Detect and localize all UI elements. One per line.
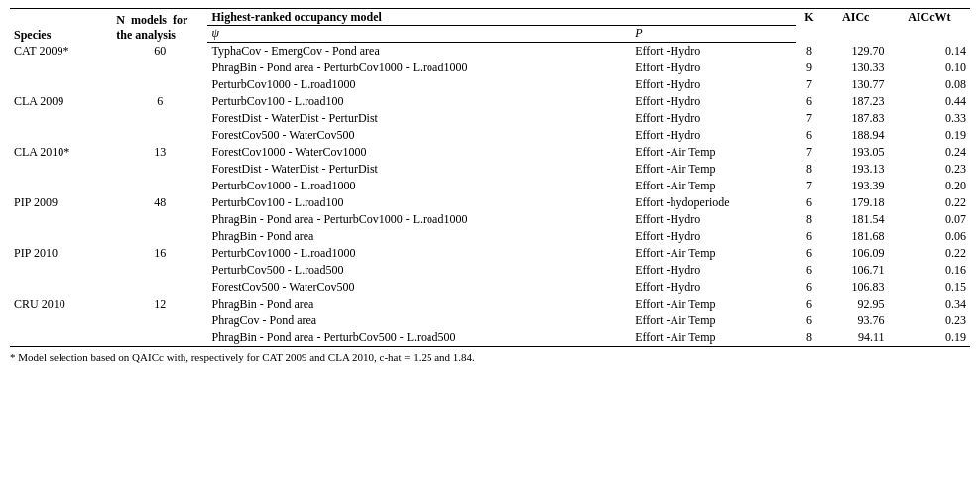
- cell-psi: PerturbCov100 - L.road100: [207, 93, 631, 110]
- cell-k: 6: [796, 262, 823, 279]
- table-row: CAT 2009*60TyphaCov - EmergCov - Pond ar…: [10, 43, 970, 61]
- cell-aicc: 130.77: [823, 76, 889, 93]
- table-row: PhragBin - Pond area - PerturbCov1000 - …: [10, 60, 970, 76]
- cell-aiccwt: 0.19: [889, 127, 970, 144]
- cell-p: Effort -hydoperiode: [631, 194, 796, 211]
- cell-psi: PhragBin - Pond area - PerturbCov1000 - …: [207, 60, 631, 76]
- cell-k: 6: [796, 245, 823, 262]
- cell-aicc: 94.11: [823, 329, 889, 347]
- cell-aiccwt: 0.08: [889, 76, 970, 93]
- cell-k: 6: [796, 127, 823, 144]
- cell-k: 7: [796, 144, 823, 161]
- table-row: ForestDist - WaterDist - PerturDistEffor…: [10, 110, 970, 127]
- cell-k: 8: [796, 329, 823, 347]
- table-row: ForestCov500 - WaterCov500Effort -Hydro6…: [10, 279, 970, 296]
- cell-p: Effort -Hydro: [631, 262, 796, 279]
- cell-aicc: 187.23: [823, 93, 889, 110]
- table-row: ForestDist - WaterDist - PerturDistEffor…: [10, 161, 970, 178]
- cell-aicc: 193.39: [823, 178, 889, 194]
- cell-aicc: 129.70: [823, 43, 889, 61]
- table-row: PIP 201016PerturbCov1000 - L.road1000Eff…: [10, 245, 970, 262]
- col-highest-ranked-header: Highest-ranked occupancy model: [207, 9, 796, 26]
- col-aicc-header: AICc: [823, 9, 889, 43]
- cell-p: Effort -Hydro: [631, 279, 796, 296]
- cell-psi: PhragBin - Pond area: [207, 296, 631, 313]
- table-row: CRU 201012PhragBin - Pond areaEffort -Ai…: [10, 296, 970, 313]
- cell-psi: TyphaCov - EmergCov - Pond area: [207, 43, 631, 61]
- cell-aiccwt: 0.33: [889, 110, 970, 127]
- col-n-header: N models forthe analysis: [112, 9, 207, 43]
- col-psi-header: ψ: [207, 26, 631, 43]
- cell-p: Effort -Air Temp: [631, 296, 796, 313]
- cell-p: Effort -Air Temp: [631, 245, 796, 262]
- cell-p: Effort -Air Temp: [631, 144, 796, 161]
- cell-p: Effort -Hydro: [631, 127, 796, 144]
- cell-n: [112, 178, 207, 194]
- cell-aicc: 181.54: [823, 211, 889, 228]
- col-k-header: K: [796, 9, 823, 43]
- cell-aicc: 106.71: [823, 262, 889, 279]
- cell-species: [10, 313, 112, 329]
- cell-p: Effort -Air Temp: [631, 161, 796, 178]
- cell-species: CRU 2010: [10, 296, 112, 313]
- cell-k: 8: [796, 211, 823, 228]
- cell-k: 7: [796, 110, 823, 127]
- table-row: PerturbCov500 - L.road500Effort -Hydro61…: [10, 262, 970, 279]
- cell-aicc: 181.68: [823, 228, 889, 245]
- cell-species: [10, 228, 112, 245]
- cell-n: [112, 211, 207, 228]
- cell-psi: PerturbCov500 - L.road500: [207, 262, 631, 279]
- cell-n: [112, 60, 207, 76]
- cell-aiccwt: 0.06: [889, 228, 970, 245]
- cell-species: [10, 329, 112, 347]
- cell-psi: PhragBin - Pond area - PerturbCov1000 - …: [207, 211, 631, 228]
- cell-psi: PerturbCov1000 - L.road1000: [207, 245, 631, 262]
- cell-k: 6: [796, 194, 823, 211]
- cell-aicc: 130.33: [823, 60, 889, 76]
- cell-species: PIP 2009: [10, 194, 112, 211]
- cell-aicc: 106.83: [823, 279, 889, 296]
- cell-aiccwt: 0.10: [889, 60, 970, 76]
- table-footnote: * Model selection based on QAICc with, r…: [10, 351, 970, 363]
- cell-n: [112, 228, 207, 245]
- cell-psi: ForestCov500 - WaterCov500: [207, 127, 631, 144]
- table-row: PerturbCov1000 - L.road1000Effort -Air T…: [10, 178, 970, 194]
- cell-species: [10, 279, 112, 296]
- cell-p: Effort -Hydro: [631, 93, 796, 110]
- cell-species: [10, 211, 112, 228]
- cell-psi: PerturbCov1000 - L.road1000: [207, 178, 631, 194]
- cell-n: [112, 76, 207, 93]
- cell-psi: ForestDist - WaterDist - PerturDist: [207, 161, 631, 178]
- cell-psi: PhragBin - Pond area: [207, 228, 631, 245]
- cell-species: [10, 127, 112, 144]
- cell-species: [10, 161, 112, 178]
- table-row: PhragBin - Pond area - PerturbCov500 - L…: [10, 329, 970, 347]
- cell-k: 6: [796, 93, 823, 110]
- cell-n: [112, 329, 207, 347]
- cell-k: 6: [796, 296, 823, 313]
- cell-species: [10, 262, 112, 279]
- cell-psi: PerturbCov1000 - L.road1000: [207, 76, 631, 93]
- cell-n: 16: [112, 245, 207, 262]
- cell-aiccwt: 0.07: [889, 211, 970, 228]
- cell-n: 13: [112, 144, 207, 161]
- cell-aiccwt: 0.22: [889, 194, 970, 211]
- cell-n: [112, 262, 207, 279]
- table-row: CLA 2010*13ForestCov1000 - WaterCov1000E…: [10, 144, 970, 161]
- cell-species: [10, 76, 112, 93]
- cell-aicc: 193.05: [823, 144, 889, 161]
- table-row: PIP 200948PerturbCov100 - L.road100Effor…: [10, 194, 970, 211]
- cell-p: Effort -Hydro: [631, 110, 796, 127]
- table-row: PhragBin - Pond areaEffort -Hydro6181.68…: [10, 228, 970, 245]
- cell-aiccwt: 0.20: [889, 178, 970, 194]
- cell-aiccwt: 0.24: [889, 144, 970, 161]
- cell-aiccwt: 0.34: [889, 296, 970, 313]
- cell-p: Effort -Hydro: [631, 211, 796, 228]
- cell-species: PIP 2010: [10, 245, 112, 262]
- cell-k: 6: [796, 313, 823, 329]
- cell-aiccwt: 0.23: [889, 313, 970, 329]
- col-aiccwt-header: AICcWt: [889, 9, 970, 43]
- col-species-header: Species: [10, 9, 112, 43]
- cell-psi: PerturbCov100 - L.road100: [207, 194, 631, 211]
- cell-n: [112, 110, 207, 127]
